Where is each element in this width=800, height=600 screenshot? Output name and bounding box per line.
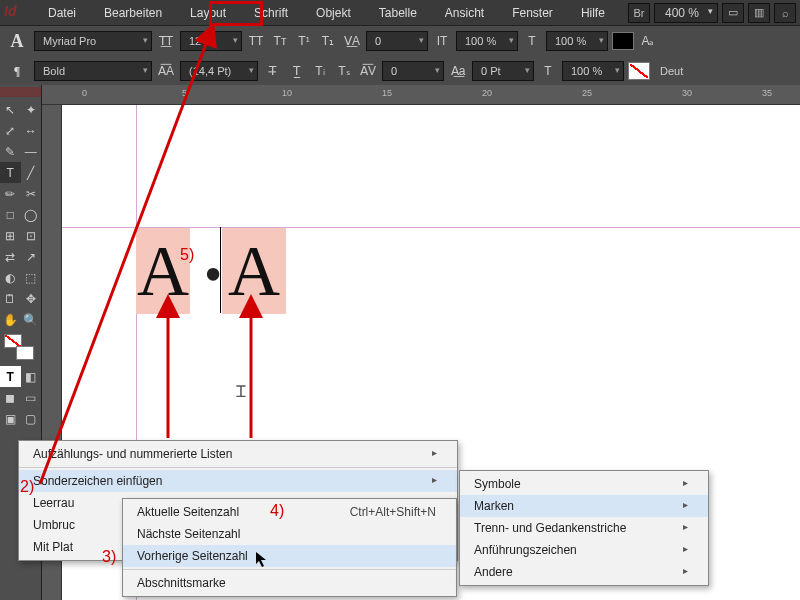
callout-2: 2) (20, 478, 34, 496)
language-combo[interactable]: Deut (660, 65, 683, 77)
allcaps-icon[interactable]: TT (246, 32, 266, 50)
kerning-combo[interactable]: 0 (366, 31, 428, 51)
selection-tool[interactable]: ↖ (0, 99, 21, 120)
submenu-3: Symbole▸ Marken▸ Trenn- und Gedankenstri… (459, 470, 709, 586)
mi-lists[interactable]: Aufzählungs- und nummerierte Listen▸ (19, 443, 457, 465)
menubar: Id Datei Bearbeiten Layout Schrift Objek… (0, 0, 800, 26)
app-logo: Id (4, 3, 32, 23)
menu-ansicht[interactable]: Ansicht (431, 2, 498, 24)
zoom-combo[interactable]: 400 % (654, 3, 718, 23)
hscale-icon: IT (432, 32, 452, 50)
submenu-2: Aktuelle SeitenzahlCtrl+Alt+Shift+N Näch… (122, 498, 457, 597)
skew-combo[interactable]: 100 % (562, 61, 624, 81)
horizontal-ruler[interactable]: 0 5 10 15 20 25 30 35 (42, 85, 800, 105)
search-icon[interactable]: ⌕ (774, 3, 796, 23)
gap-tool[interactable]: ↔ (21, 120, 42, 141)
pen-tool[interactable]: ╱ (21, 162, 42, 183)
page-tool[interactable]: ⤢ (0, 120, 21, 141)
vscale-icon: T (522, 32, 542, 50)
tracking-combo[interactable]: 0 (382, 61, 444, 81)
hscale-combo[interactable]: 100 % (456, 31, 518, 51)
submenu-arrow-icon: ▸ (683, 565, 688, 579)
mi-aktuelle-seitenzahl[interactable]: Aktuelle SeitenzahlCtrl+Alt+Shift+N (123, 501, 456, 523)
leading-combo[interactable]: (14,4 Pt) (180, 61, 258, 81)
baseline-combo[interactable]: 0 Pt (472, 61, 534, 81)
mi-marken[interactable]: Marken▸ (460, 495, 708, 517)
fill-swatch[interactable] (612, 32, 634, 50)
font-family-combo[interactable]: Myriad Pro (34, 31, 152, 51)
annotation-box-1 (209, 1, 263, 26)
gradient-tool[interactable]: ◐ (0, 267, 21, 288)
strikethrough-icon[interactable]: T̶ (262, 62, 282, 80)
text-frame-a2[interactable]: A (222, 228, 286, 314)
menu-tabelle[interactable]: Tabelle (365, 2, 431, 24)
screenmode-icon[interactable]: ▭ (722, 3, 744, 23)
ruler-tick: 35 (762, 88, 772, 98)
mi-naechste-seitenzahl[interactable]: Nächste Seitenzahl (123, 523, 456, 545)
ruler-tick: 0 (82, 88, 87, 98)
skew-icon: T (538, 62, 558, 80)
polygon-tool[interactable]: ⊡ (21, 225, 42, 246)
mi-vorherige-seitenzahl[interactable]: Vorherige Seitenzahl (123, 545, 456, 567)
menu-hilfe[interactable]: Hilfe (567, 2, 619, 24)
underline-icon[interactable]: T̲ (286, 62, 306, 80)
italic-icon[interactable]: Tᵢ (310, 62, 330, 80)
text-frame-a1[interactable]: A (136, 228, 190, 314)
gradient-feather-tool[interactable]: ⬚ (21, 267, 42, 288)
content-tool[interactable]: ✎ (0, 141, 21, 162)
callout-4: 4) (270, 502, 284, 520)
bridge-button[interactable]: Br (628, 3, 650, 23)
scissors-tool[interactable]: ✂ (21, 183, 42, 204)
stroke-swatch[interactable] (628, 62, 650, 80)
mi-anfuehrungszeichen[interactable]: Anführungszeichen▸ (460, 539, 708, 561)
hand-tool[interactable]: ✋ (0, 309, 21, 330)
apply-none-icon[interactable]: ▭ (21, 387, 42, 408)
shortcut-text: Ctrl+Alt+Shift+N (350, 505, 436, 519)
eyedropper-tool[interactable]: ✥ (21, 288, 42, 309)
mi-andere[interactable]: Andere▸ (460, 561, 708, 583)
pencil-tool[interactable]: ✏ (0, 183, 21, 204)
subscript-icon[interactable]: T₁ (318, 32, 338, 50)
mi-symbole[interactable]: Symbole▸ (460, 473, 708, 495)
rectangle-frame-tool[interactable]: □ (0, 204, 21, 225)
direct-selection-tool[interactable]: ✦ (21, 99, 42, 120)
free-transform-tool[interactable]: ⇄ (0, 246, 21, 267)
rotate-tool[interactable]: ↗ (21, 246, 42, 267)
tracking-icon: A͞V (358, 62, 378, 80)
ruler-tick: 10 (282, 88, 292, 98)
font-style-combo[interactable]: Bold (34, 61, 152, 81)
char-style-icon[interactable]: Aₐ (638, 32, 658, 50)
apply-color-icon[interactable]: ◼ (0, 387, 21, 408)
ellipse-tool[interactable]: ◯ (21, 204, 42, 225)
mi-abschnittsmarke[interactable]: Abschnittsmarke (123, 572, 456, 594)
note-tool[interactable]: 🗒 (0, 288, 21, 309)
zoom-tool[interactable]: 🔍 (21, 309, 42, 330)
screen-preview-icon[interactable]: ▢ (21, 408, 42, 429)
menu-bearbeiten[interactable]: Bearbeiten (90, 2, 176, 24)
line-tool[interactable]: — (21, 141, 42, 162)
formatting-container-toggle[interactable]: ◧ (21, 366, 42, 387)
submenu-arrow-icon: ▸ (683, 499, 688, 513)
menu-datei[interactable]: Datei (34, 2, 90, 24)
vscale-combo[interactable]: 100 % (546, 31, 608, 51)
formatting-text-toggle[interactable]: T (0, 366, 21, 387)
menu-objekt[interactable]: Objekt (302, 2, 365, 24)
callout-3: 3) (102, 548, 116, 566)
para-panel-icon[interactable]: ¶ (4, 64, 30, 79)
kerning-icon: V͟A (342, 32, 362, 50)
script-icon[interactable]: Tₛ (334, 62, 354, 80)
fill-stroke-swatches[interactable] (4, 334, 34, 360)
arrange-icon[interactable]: ▥ (748, 3, 770, 23)
superscript-icon[interactable]: T¹ (294, 32, 314, 50)
screen-normal-icon[interactable]: ▣ (0, 408, 21, 429)
char-panel-icon[interactable]: A (4, 31, 30, 52)
mi-sonderzeichen[interactable]: Sonderzeichen einfügen▸ (19, 470, 457, 492)
mi-trennstriche[interactable]: Trenn- und Gedankenstriche▸ (460, 517, 708, 539)
ruler-tick: 5 (182, 88, 187, 98)
menu-fenster[interactable]: Fenster (498, 2, 567, 24)
font-size-combo[interactable]: 12 Pt (180, 31, 242, 51)
type-tool[interactable]: T (0, 162, 21, 183)
rectangle-tool[interactable]: ⊞ (0, 225, 21, 246)
smallcaps-icon[interactable]: Tт (270, 32, 290, 50)
toolbox-grip[interactable] (0, 87, 41, 97)
